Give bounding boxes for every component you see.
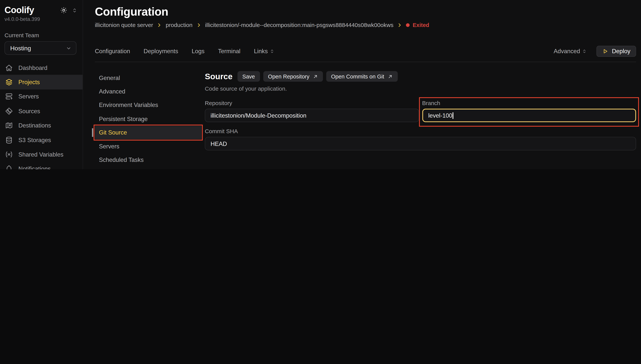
sidebar-item-destinations[interactable]: Destinations: [0, 118, 83, 133]
branch-label: Branch: [422, 100, 636, 106]
active-indicator: [92, 128, 93, 136]
tab-configuration[interactable]: Configuration: [95, 48, 130, 54]
app-logo: Coolify: [5, 5, 34, 16]
server-icon: [5, 92, 13, 101]
external-link-icon: [387, 74, 393, 79]
section-title: Source: [205, 72, 233, 81]
sidebar-item-sources[interactable]: Sources: [0, 104, 83, 118]
team-select[interactable]: Hosting: [5, 41, 77, 55]
sidebar-item-label: Shared Variables: [19, 151, 64, 158]
bell-icon: [5, 165, 13, 169]
tab-terminal[interactable]: Terminal: [218, 48, 241, 54]
app-version: v4.0.0-beta.399: [0, 16, 83, 22]
subnav-general[interactable]: General: [95, 71, 202, 85]
external-link-icon: [313, 74, 318, 79]
sidebar-item-label: Dashboard: [19, 64, 48, 71]
page-title: Configuration: [95, 5, 636, 19]
chevron-right-icon: [196, 22, 202, 28]
status-badge: Exited: [406, 22, 429, 28]
subnav-webhooks[interactable]: Webhooks: [95, 166, 202, 169]
breadcrumb: illicitonion quote server production ill…: [95, 22, 636, 28]
repository-field: Repository: [205, 100, 419, 122]
status-dot-icon: [406, 23, 410, 27]
chevrons-up-down-icon: [582, 48, 587, 54]
team-select-value: Hosting: [10, 44, 31, 52]
sidebar-item-label: Destinations: [19, 122, 51, 129]
sidebar-item-label: S3 Storages: [19, 137, 51, 143]
configuration-content: General Advanced Environment Variables P…: [95, 71, 636, 169]
save-button[interactable]: Save: [237, 71, 260, 82]
variable-icon: [5, 150, 13, 158]
database-icon: [5, 136, 13, 144]
source-fields: Repository Branch level-100: [205, 100, 636, 122]
tabs-divider: [95, 62, 636, 62]
branch-input-value: level-100: [428, 112, 452, 118]
deploy-button[interactable]: Deploy: [596, 46, 636, 56]
branch-field: Branch level-100: [422, 100, 636, 122]
git-source-icon: [5, 107, 13, 115]
commit-sha-field: Commit SHA: [205, 128, 636, 150]
subnav-environment-variables[interactable]: Environment Variables: [95, 98, 202, 112]
sidebar-item-servers[interactable]: Servers: [0, 89, 83, 104]
sidebar-nav: Dashboard Projects Servers Sources: [0, 60, 83, 169]
theme-sun-icon[interactable]: [60, 6, 68, 14]
repository-input[interactable]: [205, 109, 419, 122]
tab-links[interactable]: Links: [254, 48, 275, 54]
commit-sha-label: Commit SHA: [205, 128, 636, 134]
advanced-menu[interactable]: Advanced: [554, 48, 587, 54]
section-description: Code source of your application.: [205, 85, 636, 92]
tab-deployments[interactable]: Deployments: [144, 48, 178, 54]
sidebar-item-dashboard[interactable]: Dashboard: [0, 60, 83, 75]
source-header: Source Save Open Repository Open Commits…: [205, 71, 636, 82]
subnav-git-source[interactable]: Git Source: [95, 126, 202, 139]
map-icon: [5, 122, 13, 130]
subnav-servers[interactable]: Servers: [95, 139, 202, 153]
chevron-right-icon: [397, 22, 402, 28]
git-source-panel: Source Save Open Repository Open Commits…: [202, 71, 636, 169]
sidebar-item-projects[interactable]: Projects: [0, 75, 83, 89]
home-icon: [5, 64, 13, 72]
sidebar-item-label: Projects: [19, 79, 40, 85]
branch-input[interactable]: level-100: [422, 109, 636, 122]
text-caret: [453, 112, 453, 118]
subnav-advanced[interactable]: Advanced: [95, 85, 202, 98]
tabs-row: Configuration Deployments Logs Terminal …: [95, 46, 636, 57]
breadcrumb-project[interactable]: illicitonion quote server: [95, 22, 153, 28]
status-text: Exited: [413, 22, 429, 28]
breadcrumb-application[interactable]: illicitestonion/-module--decomposition:m…: [205, 22, 393, 28]
tab-logs[interactable]: Logs: [192, 48, 205, 54]
subnav-persistent-storage[interactable]: Persistent Storage: [95, 112, 202, 126]
chevron-right-icon: [157, 22, 162, 28]
play-icon: [602, 48, 608, 54]
sidebar-item-s3-storages[interactable]: S3 Storages: [0, 133, 83, 147]
open-repository-button[interactable]: Open Repository: [263, 71, 323, 82]
current-team-label: Current Team: [0, 22, 83, 38]
theme-selector-icon[interactable]: [72, 7, 78, 13]
sidebar-item-label: Notifications: [19, 166, 51, 169]
commit-sha-input[interactable]: [205, 137, 636, 150]
sidebar-item-label: Servers: [19, 93, 39, 100]
chevron-down-icon: [65, 45, 72, 51]
sidebar: Coolify v4.0.0-beta.399 Current Team Hos…: [0, 0, 83, 169]
repository-label: Repository: [205, 100, 419, 106]
open-commits-button[interactable]: Open Commits on Git: [326, 71, 398, 82]
layers-icon: [5, 78, 13, 86]
sidebar-item-notifications[interactable]: Notifications: [0, 162, 83, 169]
sidebar-item-label: Sources: [19, 108, 40, 114]
sidebar-item-shared-variables[interactable]: Shared Variables: [0, 147, 83, 162]
coolify-app: Coolify v4.0.0-beta.399 Current Team Hos…: [0, 0, 641, 169]
chevrons-up-down-icon: [269, 48, 275, 54]
breadcrumb-environment[interactable]: production: [166, 22, 193, 28]
config-subnav: General Advanced Environment Variables P…: [95, 71, 202, 169]
main-area: Configuration illicitonion quote server …: [83, 0, 641, 169]
logo-row: Coolify: [0, 0, 83, 16]
subnav-scheduled-tasks[interactable]: Scheduled Tasks: [95, 153, 202, 166]
